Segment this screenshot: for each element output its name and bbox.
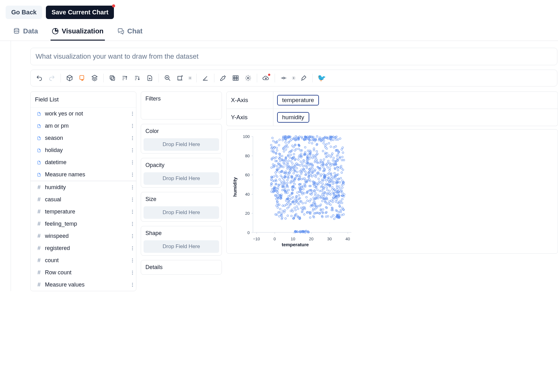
- more-icon[interactable]: [132, 258, 133, 262]
- field-item[interactable]: holiday: [31, 144, 136, 156]
- more-icon[interactable]: [132, 210, 133, 214]
- shelf-size[interactable]: Size Drop Field Here: [141, 192, 222, 222]
- y-axis-label: Y-Axis: [227, 109, 273, 126]
- shelf-shape[interactable]: Shape Drop Field Here: [141, 226, 222, 256]
- scatter-point: [270, 144, 272, 146]
- note-icon[interactable]: [76, 72, 88, 84]
- dropzone[interactable]: Drop Field Here: [144, 138, 219, 151]
- tab-chat-label: Chat: [127, 27, 143, 35]
- scatter-point: [298, 203, 300, 205]
- field-item[interactable]: #Row count: [31, 267, 136, 279]
- scatter-point: [338, 205, 340, 207]
- scatter-point: [296, 167, 298, 169]
- redo-icon[interactable]: [46, 72, 57, 84]
- tab-chat[interactable]: Chat: [116, 22, 144, 41]
- field-item[interactable]: #humidity: [31, 181, 136, 194]
- scatter-point: [292, 156, 294, 159]
- field-item[interactable]: #casual: [31, 194, 136, 206]
- scatter-point: [316, 135, 318, 138]
- scatter-point: [286, 182, 289, 184]
- scatter-point: [326, 192, 329, 194]
- resize-settings-icon[interactable]: [187, 76, 193, 81]
- field-item[interactable]: season: [31, 132, 136, 144]
- more-icon[interactable]: [132, 148, 133, 152]
- scatter-point: [282, 136, 285, 138]
- y-axis-title: humidity: [232, 177, 237, 197]
- scatter-point: [335, 180, 338, 183]
- save-chart-button[interactable]: Save Current Chart: [46, 6, 114, 19]
- dropzone[interactable]: Drop Field Here: [144, 172, 219, 185]
- more-icon[interactable]: [132, 173, 133, 177]
- table-icon[interactable]: [230, 72, 241, 84]
- zoom-in-icon[interactable]: [162, 72, 173, 84]
- commit-settings-icon[interactable]: [291, 76, 297, 81]
- layers-icon[interactable]: [89, 72, 100, 84]
- more-icon[interactable]: [132, 283, 133, 287]
- wrench-icon[interactable]: [218, 72, 229, 84]
- y-axis-pill[interactable]: humidity: [277, 112, 309, 123]
- field-item[interactable]: Measure names: [31, 169, 136, 181]
- scatter-point: [293, 217, 295, 219]
- shelf-details[interactable]: Details: [141, 260, 222, 275]
- commit-icon[interactable]: [278, 72, 289, 84]
- copy-icon[interactable]: [107, 72, 118, 84]
- x-axis-pill[interactable]: temperature: [277, 95, 319, 105]
- shelf-filters[interactable]: Filters: [141, 91, 222, 120]
- scatter-point: [329, 184, 331, 186]
- field-item[interactable]: #count: [31, 254, 136, 267]
- add-page-icon[interactable]: [144, 72, 155, 84]
- scatter-point: [321, 185, 323, 187]
- scatter-point: [337, 178, 340, 180]
- shelf-opacity[interactable]: Opacity Drop Field Here: [141, 158, 222, 188]
- more-icon[interactable]: [132, 246, 133, 250]
- tab-visualization[interactable]: Visualization: [51, 22, 105, 41]
- go-back-button[interactable]: Go Back: [6, 6, 42, 19]
- field-item[interactable]: #feeling_temp: [31, 218, 136, 230]
- prompt-input[interactable]: What visualization your want to draw fro…: [30, 48, 557, 65]
- cloud-upload-icon[interactable]: [260, 72, 272, 84]
- field-item[interactable]: #winspeed: [31, 230, 136, 242]
- separator: [159, 74, 159, 82]
- tab-data[interactable]: Data: [12, 22, 39, 41]
- angle-icon[interactable]: [200, 72, 211, 84]
- scatter-point: [311, 167, 314, 169]
- field-item[interactable]: am or pm: [31, 120, 136, 132]
- brush-icon[interactable]: [298, 72, 309, 84]
- shelf-color[interactable]: Color Drop Field Here: [141, 124, 222, 154]
- field-item[interactable]: datetime: [31, 156, 136, 169]
- y-axis-row: Y-Axis humidity: [226, 109, 558, 126]
- more-icon[interactable]: [132, 198, 133, 202]
- gear-icon[interactable]: [242, 72, 254, 84]
- field-item[interactable]: #Measure values: [31, 279, 136, 291]
- resize-icon[interactable]: [174, 72, 186, 84]
- sort-asc-icon[interactable]: [119, 72, 130, 84]
- scatter-point: [323, 176, 325, 179]
- scatter-point: [298, 145, 301, 147]
- more-icon[interactable]: [132, 112, 133, 116]
- more-icon[interactable]: [132, 124, 133, 128]
- field-item[interactable]: #registered: [31, 242, 136, 254]
- more-icon[interactable]: [132, 160, 133, 164]
- scatter-point: [308, 185, 311, 187]
- scatter-plotarea[interactable]: [253, 136, 351, 233]
- more-icon[interactable]: [132, 136, 133, 140]
- scatter-point: [340, 149, 343, 151]
- more-icon[interactable]: [132, 271, 133, 275]
- more-icon[interactable]: [132, 234, 133, 238]
- more-icon[interactable]: [132, 222, 133, 226]
- field-item[interactable]: work yes or not: [31, 108, 136, 120]
- hash-icon: #: [36, 184, 42, 191]
- database-icon: [13, 28, 20, 35]
- dropzone[interactable]: Drop Field Here: [144, 240, 219, 253]
- scatter-point: [306, 165, 308, 167]
- sort-desc-icon[interactable]: [132, 72, 143, 84]
- scatter-point: [311, 204, 314, 207]
- scatter-point: [299, 197, 301, 199]
- cube-icon[interactable]: [64, 72, 75, 84]
- bird-icon[interactable]: 🐦: [316, 72, 327, 84]
- scatter-point: [315, 205, 317, 208]
- undo-icon[interactable]: [34, 72, 45, 84]
- more-icon[interactable]: [132, 185, 133, 189]
- dropzone[interactable]: Drop Field Here: [144, 206, 219, 219]
- field-item[interactable]: #temperature: [31, 206, 136, 218]
